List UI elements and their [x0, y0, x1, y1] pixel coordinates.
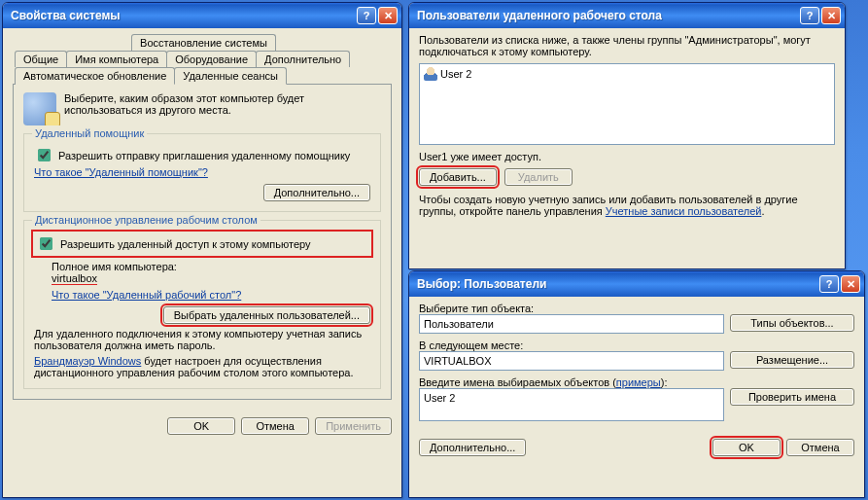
advanced-button[interactable]: Дополнительно... [419, 439, 526, 456]
intro-text: Пользователи из списка ниже, а также чле… [419, 34, 835, 57]
window-title: Пользователи удаленного рабочего стола [413, 9, 798, 22]
cancel-button[interactable]: Отмена [786, 439, 854, 456]
window-title: Выбор: Пользователи [413, 277, 817, 291]
select-remote-users-button[interactable]: Выбрать удаленных пользователей... [163, 306, 370, 324]
firewall-note: Брандмауэр Windows будет настроен для ос… [34, 355, 370, 378]
system-properties-window: Свойства системы ? ✕ Восстановление сист… [2, 2, 402, 498]
firewall-link[interactable]: Брандмауэр Windows [34, 355, 141, 367]
ok-button[interactable]: OK [167, 417, 235, 435]
allow-remote-checkbox[interactable]: Разрешить удаленный доступ к этому компь… [34, 232, 370, 255]
object-type-field[interactable] [419, 314, 724, 334]
select-users-window: Выбор: Пользователи ? ✕ Выберите тип объ… [408, 270, 865, 498]
titlebar[interactable]: Свойства системы ? ✕ [3, 3, 401, 28]
examples-link[interactable]: примеры [616, 376, 661, 388]
tab-general[interactable]: Общие [15, 51, 67, 67]
remote-users-window: Пользователи удаленного рабочего стола ?… [408, 2, 846, 269]
tab-advanced[interactable]: Дополнительно [256, 51, 350, 67]
already-access-text: User1 уже имеет доступ. [419, 151, 835, 162]
object-names-input[interactable] [419, 388, 724, 421]
group-legend: Дистанционное управление рабочим столом [32, 214, 260, 226]
assistance-help-link[interactable]: Что такое "Удаленный помощник"? [34, 166, 208, 178]
allow-remote-input[interactable] [40, 237, 52, 250]
help-icon[interactable]: ? [819, 275, 839, 293]
help-icon[interactable]: ? [800, 7, 819, 24]
allow-assistance-checkbox[interactable]: Разрешить отправку приглашения удаленном… [34, 146, 370, 164]
intro-text: Выберите, каким образом этот компьютер б… [64, 92, 304, 116]
add-user-button[interactable]: Добавить... [419, 168, 497, 186]
user-accounts-link[interactable]: Учетные записи пользователей [606, 205, 762, 217]
close-icon[interactable]: ✕ [841, 275, 860, 293]
window-title: Свойства системы [7, 9, 355, 22]
users-listbox[interactable]: User 2 [419, 63, 835, 145]
tab-computer-name[interactable]: Имя компьютера [66, 51, 167, 67]
titlebar[interactable]: Выбор: Пользователи ? ✕ [409, 271, 864, 297]
object-types-button[interactable]: Типы объектов... [730, 314, 854, 332]
remote-desktop-help-link[interactable]: Что такое "Удаленный рабочий стол"? [52, 289, 241, 301]
tab-restore[interactable]: Восстановление системы [131, 34, 276, 51]
object-type-label: Выберите тип объекта: [419, 303, 854, 314]
tab-hardware[interactable]: Оборудование [166, 51, 257, 67]
user-icon [424, 67, 437, 81]
titlebar[interactable]: Пользователи удаленного рабочего стола ?… [409, 3, 845, 28]
remote-desktop-group: Дистанционное управление рабочим столом … [23, 220, 381, 389]
hint-text: Чтобы создать новую учетную запись или д… [419, 194, 835, 217]
dialog-buttons: OK Отмена Применить [3, 410, 401, 443]
location-label: В следующем месте: [419, 339, 854, 351]
ok-button[interactable]: OK [712, 439, 781, 456]
computer-full-name: virtualbox [52, 272, 97, 285]
assistance-advanced-button[interactable]: Дополнительно... [263, 184, 370, 201]
location-field[interactable]: VIRTUALBOX [419, 351, 724, 371]
remove-user-button[interactable]: Удалить [504, 168, 573, 186]
names-label: Введите имена выбираемых объектов (приме… [419, 376, 854, 388]
allow-assistance-input[interactable] [38, 149, 51, 161]
close-icon[interactable]: ✕ [821, 7, 841, 24]
apply-button[interactable]: Применить [315, 417, 392, 435]
full-name-label: Полное имя компьютера: [52, 261, 370, 272]
tab-auto-update[interactable]: Автоматическое обновление [15, 67, 175, 85]
locations-button[interactable]: Размещение... [730, 351, 854, 369]
close-icon[interactable]: ✕ [378, 7, 398, 24]
tab-content: Выберите, каким образом этот компьютер б… [13, 84, 392, 400]
remote-assistance-group: Удаленный помощник Разрешить отправку пр… [23, 133, 381, 212]
group-legend: Удаленный помощник [32, 127, 147, 139]
list-item[interactable]: User 2 [424, 67, 830, 81]
help-icon[interactable]: ? [357, 7, 376, 24]
check-names-button[interactable]: Проверить имена [730, 388, 854, 406]
remote-icon [23, 92, 56, 125]
tab-remote[interactable]: Удаленные сеансы [174, 67, 287, 85]
cancel-button[interactable]: Отмена [241, 417, 309, 435]
password-note: Для удаленного подключения к этому компь… [34, 328, 370, 351]
